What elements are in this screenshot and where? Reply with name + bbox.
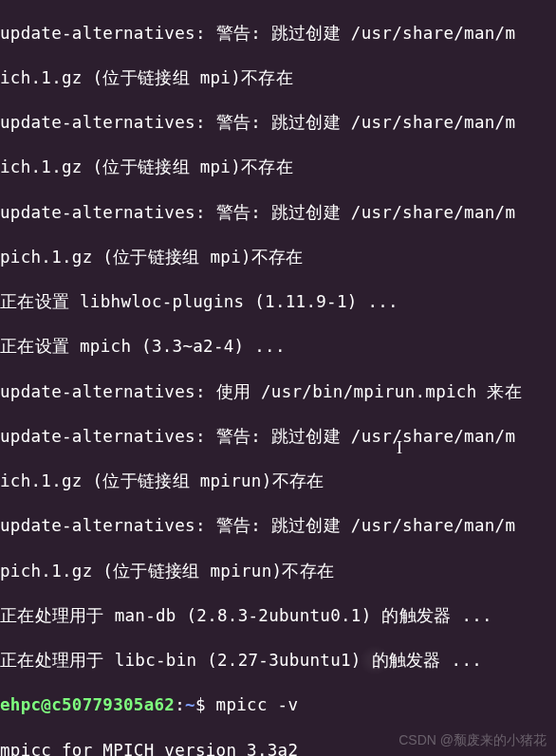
output-line: update-alternatives: 警告: 跳过创建 /usr/share… — [0, 112, 556, 135]
prompt-colon: : — [175, 695, 185, 714]
prompt-path: ~ — [185, 695, 195, 714]
terminal-output[interactable]: update-alternatives: 警告: 跳过创建 /usr/share… — [0, 0, 556, 756]
output-line: pich.1.gz (位于链接组 mpirun)不存在 — [0, 561, 556, 583]
output-line: update-alternatives: 警告: 跳过创建 /usr/share… — [0, 23, 556, 46]
output-line: 正在处理用于 man-db (2.8.3-2ubuntu0.1) 的触发器 ..… — [0, 605, 556, 628]
command-text: mpicc -v — [216, 695, 299, 714]
output-line: 正在设置 libhwloc-plugins (1.11.9-1) ... — [0, 291, 556, 314]
output-line: ich.1.gz (位于链接组 mpi)不存在 — [0, 157, 556, 179]
output-line: update-alternatives: 警告: 跳过创建 /usr/share… — [0, 515, 556, 538]
output-line: update-alternatives: 警告: 跳过创建 /usr/share… — [0, 202, 556, 225]
output-line: update-alternatives: 警告: 跳过创建 /usr/share… — [0, 426, 556, 449]
output-line: 正在设置 mpich (3.3~a2-4) ... — [0, 336, 556, 359]
output-line: ich.1.gz (位于链接组 mpi)不存在 — [0, 67, 556, 90]
output-line: pich.1.gz (位于链接组 mpi)不存在 — [0, 247, 556, 269]
watermark-text: CSDN @颓废来的小猪花 — [398, 731, 547, 749]
output-line: ich.1.gz (位于链接组 mpirun)不存在 — [0, 470, 556, 493]
output-line: update-alternatives: 使用 /usr/bin/mpirun.… — [0, 381, 556, 404]
prompt-dollar: $ — [195, 695, 216, 714]
prompt-line[interactable]: ehpc@c50779305a62:~$ mpicc -v — [0, 694, 556, 717]
output-line: 正在处理用于 libc-bin (2.27-3ubuntu1) 的触发器 ... — [0, 650, 556, 673]
prompt-user-host: ehpc@c50779305a62 — [0, 695, 175, 714]
